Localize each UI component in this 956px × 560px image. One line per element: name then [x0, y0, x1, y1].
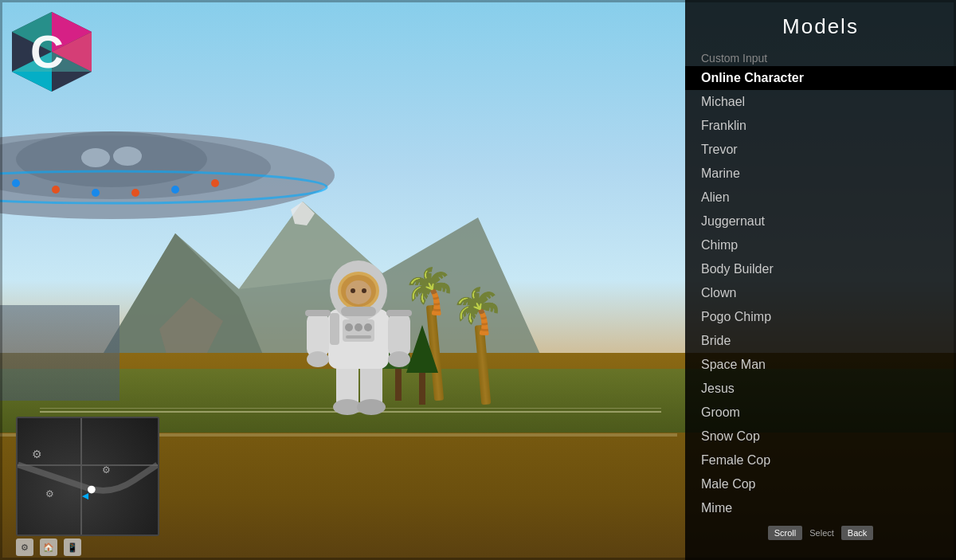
- models-list: Custom InputOnline CharacterMichaelFrank…: [685, 47, 956, 520]
- select-label: Select: [809, 528, 834, 538]
- menu-item-male-cop[interactable]: Male Cop: [685, 472, 956, 496]
- svg-rect-39: [386, 310, 412, 316]
- svg-point-24: [355, 323, 362, 331]
- svg-rect-28: [388, 313, 410, 357]
- svg-rect-38: [305, 310, 331, 316]
- menu-item-jesus[interactable]: Jesus: [685, 377, 956, 401]
- menu-item-custom-input[interactable]: Custom Input: [685, 47, 956, 66]
- menu-item-mime[interactable]: Mime: [685, 496, 956, 520]
- building-structure: [0, 305, 120, 401]
- scroll-button[interactable]: Scroll: [768, 526, 803, 540]
- menu-item-online-character[interactable]: Online Character: [685, 66, 956, 90]
- player-character: [303, 249, 414, 425]
- channel-logo: C: [8, 8, 96, 96]
- menu-item-female-cop[interactable]: Female Cop: [685, 448, 956, 472]
- svg-rect-27: [307, 313, 329, 357]
- svg-point-16: [113, 147, 142, 166]
- menu-item-marine[interactable]: Marine: [685, 162, 956, 186]
- svg-point-35: [351, 288, 355, 293]
- menu-item-space-man[interactable]: Space Man: [685, 353, 956, 377]
- svg-rect-37: [341, 307, 376, 316]
- menu-item-franklin[interactable]: Franklin: [685, 114, 956, 138]
- svg-point-11: [92, 189, 100, 197]
- svg-point-12: [131, 189, 139, 197]
- svg-point-36: [362, 288, 366, 293]
- menu-item-groom[interactable]: Groom: [685, 401, 956, 425]
- svg-point-29: [307, 351, 329, 367]
- back-button[interactable]: Back: [841, 526, 873, 540]
- svg-point-25: [364, 323, 372, 331]
- hud-icon-3: 📱: [64, 538, 81, 556]
- svg-point-9: [12, 179, 20, 187]
- hud-icon-1: ⚙: [16, 538, 33, 556]
- models-panel: Models Custom InputOnline CharacterMicha…: [685, 0, 956, 560]
- menu-item-body-builder[interactable]: Body Builder: [685, 257, 956, 281]
- menu-item-alien[interactable]: Alien: [685, 186, 956, 210]
- palm-tree-2: 🌴: [478, 325, 488, 405]
- svg-rect-26: [346, 335, 371, 339]
- menu-item-chimp[interactable]: Chimp: [685, 233, 956, 257]
- hud-icon-2: 🏠: [40, 538, 57, 556]
- game-screen: 🌴 🌴: [0, 0, 956, 560]
- svg-point-23: [345, 323, 353, 331]
- menu-item-pogo-chimp[interactable]: Pogo Chimp: [685, 305, 956, 329]
- menu-item-trevor[interactable]: Trevor: [685, 138, 956, 162]
- svg-point-13: [171, 186, 179, 194]
- svg-point-14: [211, 179, 219, 187]
- svg-point-7: [16, 131, 207, 187]
- svg-point-10: [52, 186, 60, 194]
- svg-point-15: [81, 148, 110, 167]
- models-footer: Scroll Select Back: [685, 526, 956, 540]
- svg-point-20: [357, 399, 386, 415]
- models-title: Models: [685, 0, 956, 47]
- menu-item-clown[interactable]: Clown: [685, 281, 956, 305]
- menu-item-michael[interactable]: Michael: [685, 90, 956, 114]
- minimap-content: ◄ ⚙ ⚙ ⚙: [18, 418, 158, 535]
- svg-text:C: C: [30, 25, 64, 77]
- menu-item-juggernaut[interactable]: Juggernaut: [685, 210, 956, 233]
- menu-item-snow-cop[interactable]: Snow Cop: [685, 425, 956, 448]
- svg-point-30: [388, 351, 410, 367]
- svg-rect-40: [330, 313, 339, 345]
- svg-text:◄: ◄: [80, 490, 90, 502]
- menu-item-bride[interactable]: Bride: [685, 329, 956, 353]
- minimap: ◄ ⚙ ⚙ ⚙: [16, 417, 159, 536]
- hud-icons: ⚙ 🏠 📱: [16, 538, 81, 556]
- svg-point-34: [346, 280, 371, 304]
